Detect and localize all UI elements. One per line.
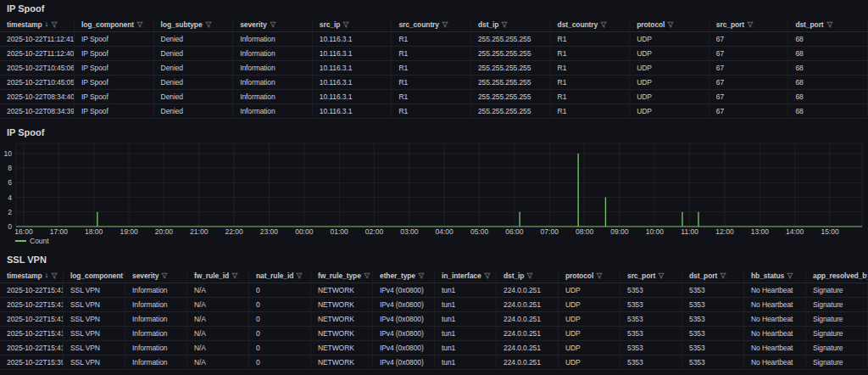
table-cell: 68 — [788, 90, 868, 104]
column-header-ether_type[interactable]: ether_type — [373, 269, 435, 283]
column-header-label[interactable]: severity — [132, 269, 159, 283]
column-header-label[interactable]: log_component — [70, 269, 123, 283]
x-axis-tick-label: 22:00 — [225, 227, 243, 236]
column-header-label[interactable]: log_component — [81, 18, 134, 31]
filter-icon[interactable] — [747, 21, 754, 28]
filter-icon[interactable] — [342, 21, 349, 28]
table-cell: UDP — [630, 47, 709, 61]
column-header-src_port[interactable]: src_port — [709, 18, 789, 32]
table-cell: R1 — [551, 61, 631, 76]
column-header-dst_port[interactable]: dst_port — [788, 18, 868, 32]
filter-icon[interactable] — [667, 21, 674, 28]
table-cell: 5353 — [620, 355, 682, 370]
filter-icon[interactable] — [720, 272, 726, 279]
table-cell: SSL VPN — [64, 327, 125, 341]
column-header-label[interactable]: dst_port — [795, 18, 823, 31]
column-header-log_component[interactable]: log_component — [75, 18, 154, 32]
column-header-log_subtype[interactable]: log_subtype — [154, 18, 234, 32]
column-header-label[interactable]: nat_rule_id — [256, 269, 293, 283]
filter-icon[interactable] — [270, 21, 276, 28]
filter-icon[interactable] — [136, 21, 143, 28]
column-header-in_interface[interactable]: in_interface — [435, 269, 497, 283]
column-header-nat_rule_id[interactable]: nat_rule_id — [249, 269, 311, 283]
filter-icon[interactable] — [526, 272, 533, 279]
filter-icon[interactable] — [658, 272, 665, 279]
table-cell: 0 — [249, 341, 311, 355]
filter-icon[interactable] — [596, 272, 603, 279]
filter-icon[interactable] — [600, 21, 607, 28]
column-header-label[interactable]: app_resolved_by — [813, 269, 868, 283]
column-header-dst_country[interactable]: dst_country — [551, 18, 631, 32]
table-cell: R1 — [392, 104, 471, 119]
sort-desc-icon[interactable]: ↓ — [45, 269, 48, 283]
column-header-label[interactable]: protocol — [637, 18, 665, 31]
column-header-dst_ip[interactable]: dst_ip — [497, 269, 559, 283]
filter-icon[interactable] — [296, 272, 303, 279]
filter-icon[interactable] — [484, 272, 491, 279]
filter-icon[interactable] — [51, 21, 58, 28]
filter-icon[interactable] — [161, 272, 168, 279]
filter-icon[interactable] — [231, 272, 238, 279]
column-header-src_ip[interactable]: src_ip — [313, 18, 392, 32]
legend-label-count[interactable]: Count — [30, 237, 49, 245]
column-header-timestamp[interactable]: timestamp↓ — [0, 269, 64, 283]
column-header-timestamp[interactable]: timestamp↓ — [0, 18, 75, 32]
column-header-severity[interactable]: severity — [233, 18, 313, 32]
table-cell: 5353 — [682, 341, 744, 355]
table-cell: 2025-10-22T11:12:41+0200 — [0, 32, 75, 47]
column-header-label[interactable]: ether_type — [380, 269, 415, 283]
sort-desc-icon[interactable]: ↓ — [45, 18, 48, 31]
column-header-label[interactable]: timestamp — [7, 269, 42, 283]
x-axis-tick-label: 00:00 — [295, 227, 314, 236]
column-header-fw_rule_id[interactable]: fw_rule_id — [187, 269, 249, 283]
column-header-label[interactable]: dst_country — [558, 18, 598, 31]
table-cell: N/A — [187, 341, 249, 355]
column-header-app_resolved_by[interactable]: app_resolved_by — [806, 269, 868, 283]
ip-spoof-timeseries-chart[interactable]: 024681016:0017:0018:0019:0020:0021:0022:… — [0, 139, 868, 251]
table-cell: IPv4 (0x0800) — [373, 341, 435, 355]
column-header-label[interactable]: src_port — [716, 18, 744, 31]
column-header-log_component[interactable]: log_component — [64, 269, 125, 283]
column-header-label[interactable]: dst_ip — [504, 269, 524, 283]
column-header-protocol[interactable]: protocol — [630, 18, 709, 32]
column-header-protocol[interactable]: protocol — [559, 269, 620, 283]
table-cell: Denied — [154, 76, 234, 90]
column-header-label[interactable]: src_port — [627, 269, 655, 283]
column-header-label[interactable]: src_ip — [320, 18, 340, 31]
column-header-label[interactable]: src_country — [398, 18, 439, 31]
column-header-label[interactable]: severity — [240, 18, 266, 31]
y-axis-tick-label: 8 — [8, 164, 12, 172]
column-header-label[interactable]: log_subtype — [161, 18, 203, 31]
table-cell: 0 — [249, 283, 311, 298]
filter-icon[interactable] — [364, 272, 370, 279]
filter-icon[interactable] — [51, 272, 58, 279]
x-axis-tick-label: 12:00 — [715, 227, 734, 236]
column-header-fw_rule_type[interactable]: fw_rule_type — [311, 269, 373, 283]
table-cell: UDP — [559, 312, 620, 327]
table-cell: IP Spoof — [75, 61, 154, 76]
table-cell: 5353 — [620, 327, 682, 341]
table-cell: R1 — [551, 104, 631, 119]
x-axis-tick-label: 23:00 — [260, 227, 279, 236]
column-header-label[interactable]: timestamp — [7, 18, 42, 31]
filter-icon[interactable] — [205, 21, 212, 28]
column-header-label[interactable]: fw_rule_id — [194, 269, 229, 283]
filter-icon[interactable] — [787, 272, 793, 279]
column-header-dst_port[interactable]: dst_port — [682, 269, 744, 283]
column-header-label[interactable]: in_interface — [442, 269, 481, 283]
column-header-hb_status[interactable]: hb_status — [744, 269, 806, 283]
filter-icon[interactable] — [501, 21, 508, 28]
column-header-label[interactable]: dst_ip — [478, 18, 498, 31]
column-header-src_country[interactable]: src_country — [392, 18, 471, 32]
column-header-label[interactable]: dst_port — [689, 269, 717, 283]
filter-icon[interactable] — [442, 21, 448, 28]
column-header-label[interactable]: hb_status — [751, 269, 784, 283]
filter-icon[interactable] — [418, 272, 425, 279]
table-cell: IPv4 (0x0800) — [373, 283, 435, 298]
column-header-severity[interactable]: severity — [125, 269, 187, 283]
column-header-dst_ip[interactable]: dst_ip — [471, 18, 551, 32]
column-header-label[interactable]: fw_rule_type — [318, 269, 361, 283]
filter-icon[interactable] — [826, 21, 833, 28]
column-header-label[interactable]: protocol — [565, 269, 593, 283]
column-header-src_port[interactable]: src_port — [620, 269, 682, 283]
